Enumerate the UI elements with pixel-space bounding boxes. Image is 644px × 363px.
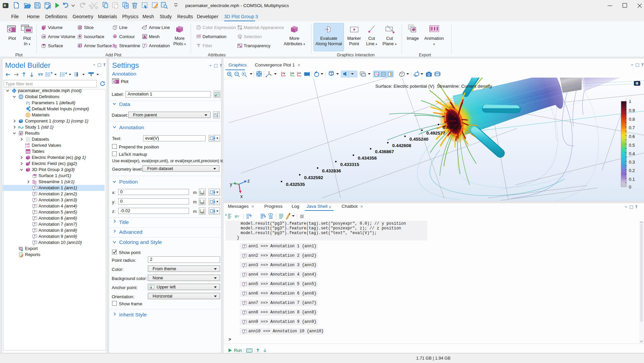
svg-text:0.455240: 0.455240 [409, 137, 428, 142]
svg-text:0.442608: 0.442608 [392, 143, 411, 148]
svg-text:0.432592: 0.432592 [304, 175, 323, 180]
svg-text:0.5: 0.5 [629, 143, 635, 148]
svg-text:0.8: 0.8 [629, 117, 635, 122]
svg-text:0.9: 0.9 [629, 108, 635, 113]
svg-text:0.436867: 0.436867 [375, 149, 394, 154]
svg-text:0.434356: 0.434356 [358, 156, 377, 161]
svg-text:0.432535: 0.432535 [286, 182, 305, 187]
svg-text:0: 0 [629, 185, 631, 190]
svg-text:0.432836: 0.432836 [322, 168, 341, 173]
svg-text:0.1: 0.1 [629, 177, 635, 182]
svg-text:0.7: 0.7 [629, 125, 635, 130]
svg-text:y: y [230, 182, 232, 187]
svg-text:Run: Run [234, 348, 242, 353]
svg-text:Surface: Electric potential (V: Surface: Electric potential (V) Streamli… [375, 84, 492, 89]
svg-text:xy: xy [282, 72, 285, 75]
svg-text:0.644517: 0.644517 [443, 125, 462, 130]
svg-text:0.492577: 0.492577 [426, 131, 445, 136]
svg-text:0.2: 0.2 [629, 168, 635, 173]
svg-text:1: 1 [629, 99, 631, 104]
svg-text:0.433315: 0.433315 [340, 162, 359, 167]
svg-text:a=: a= [235, 214, 239, 219]
svg-text:z: z [247, 178, 250, 184]
svg-text:yz: yz [291, 72, 294, 75]
svg-text:0.3: 0.3 [629, 160, 635, 165]
svg-text:x: x [240, 194, 243, 199]
svg-text:0.6: 0.6 [629, 134, 635, 139]
svg-text:0.4: 0.4 [629, 151, 635, 156]
svg-text:xz: xz [298, 72, 301, 75]
